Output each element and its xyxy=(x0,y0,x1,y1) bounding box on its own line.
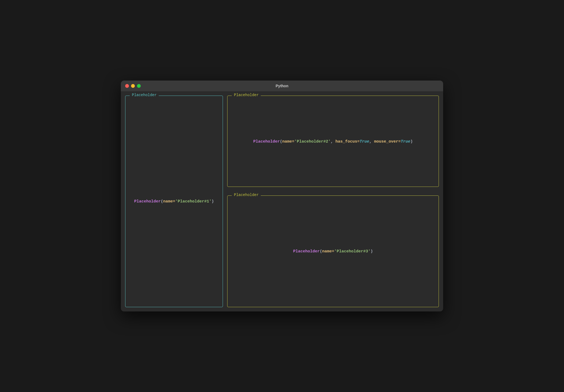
right-top-code-text: Placeholder(name='Placeholder#2', has_fo… xyxy=(253,139,413,144)
minimize-button[interactable] xyxy=(131,84,135,88)
rb-param-value: 'Placeholder#3' xyxy=(334,249,371,254)
rt-param3-name: mouse_over= xyxy=(372,139,401,144)
right-panels: Placeholder Placeholder(name='Placeholde… xyxy=(227,96,439,307)
rt-comma2: , xyxy=(369,139,372,144)
rt-param1-value: 'Placeholder#2' xyxy=(294,139,331,144)
rb-param-name: name= xyxy=(322,249,334,254)
right-top-panel: Placeholder Placeholder(name='Placeholde… xyxy=(227,96,439,187)
rt-function-name: Placeholder xyxy=(253,139,280,144)
left-panel-border: Placeholder Placeholder(name='Placeholde… xyxy=(125,96,223,307)
left-param-value: 'Placeholder#1' xyxy=(175,199,212,204)
rt-open-paren: ( xyxy=(280,139,282,144)
maximize-button[interactable] xyxy=(137,84,141,88)
titlebar: Python xyxy=(121,81,443,91)
window-title: Python xyxy=(276,84,288,88)
rt-param2-value: True xyxy=(360,139,369,144)
rt-close-paren: ) xyxy=(410,139,413,144)
right-top-panel-label: Placeholder xyxy=(232,93,261,97)
left-panel: Placeholder Placeholder(name='Placeholde… xyxy=(125,96,227,307)
rt-param1-name: name= xyxy=(282,139,294,144)
main-content: Placeholder Placeholder(name='Placeholde… xyxy=(121,91,443,311)
left-param-name: name= xyxy=(163,199,175,204)
traffic-lights xyxy=(125,84,141,88)
rb-function-name: Placeholder xyxy=(293,249,320,254)
rb-close-paren: ) xyxy=(371,249,373,254)
left-panel-label: Placeholder xyxy=(130,93,159,97)
rt-param3-value: True xyxy=(401,139,410,144)
right-bottom-panel: Placeholder Placeholder(name='Placeholde… xyxy=(227,195,439,307)
right-bottom-panel-label: Placeholder xyxy=(232,193,261,197)
close-button[interactable] xyxy=(125,84,129,88)
right-bottom-code-text: Placeholder(name='Placeholder#3') xyxy=(293,249,373,254)
left-function-name: Placeholder xyxy=(134,199,161,204)
rt-param2-name: has_focus= xyxy=(333,139,360,144)
app-window: Python Placeholder Placeholder(name='Pla… xyxy=(121,81,443,311)
left-code-text: Placeholder(name='Placeholder#1') xyxy=(134,199,214,204)
left-close-paren: ) xyxy=(212,199,214,204)
right-bottom-panel-content: Placeholder(name='Placeholder#3') xyxy=(227,196,439,307)
right-top-panel-content: Placeholder(name='Placeholder#2', has_fo… xyxy=(227,96,439,187)
left-panel-content: Placeholder(name='Placeholder#1') xyxy=(125,96,223,307)
rt-comma1: , xyxy=(331,139,333,144)
